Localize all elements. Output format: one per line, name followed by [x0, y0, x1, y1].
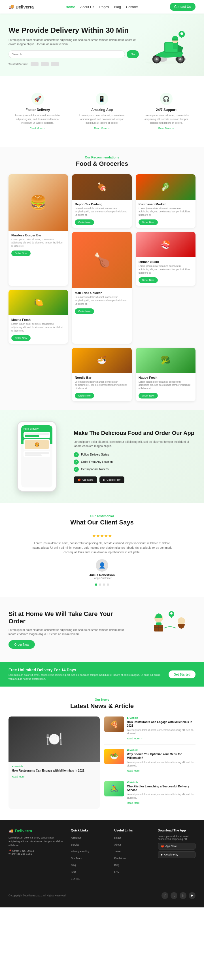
- svg-rect-12: [172, 40, 178, 41]
- news-item-readmore-0[interactable]: Read More →: [127, 737, 143, 740]
- app-text: Make The Delicious Food and Order Our Ap…: [74, 430, 196, 483]
- nav-home[interactable]: Home: [66, 5, 75, 9]
- footer-google-play-label: Google Play: [164, 853, 178, 856]
- kumbasari-desc: Lorem ipsum dolor sit amet, consectetur …: [138, 207, 193, 217]
- nav-logo: 🚚 Deliverra: [8, 4, 34, 9]
- get-started-button[interactable]: Get Started: [169, 670, 196, 678]
- amazing-app-icon: 📱: [96, 92, 108, 105]
- linkedin-icon[interactable]: in: [180, 892, 186, 899]
- app-feature-2: ✓ Get Important Notices: [74, 467, 196, 472]
- news-item-img-1: 🥗: [104, 749, 124, 764]
- sushi-order-button[interactable]: Order Now: [138, 277, 158, 283]
- twitter-icon[interactable]: t: [170, 892, 177, 899]
- feature-readmore-1[interactable]: Read More →: [94, 127, 110, 130]
- food-section-title: Food & Groceries: [8, 160, 196, 167]
- footer-useful-about[interactable]: About: [114, 843, 121, 846]
- facebook-icon[interactable]: f: [162, 892, 168, 899]
- delivery-person-svg: [142, 608, 193, 651]
- svg-point-23: [170, 612, 173, 614]
- youtube-icon[interactable]: ▶: [189, 892, 196, 899]
- footer-quick-links-list: About Us Service Privacy & Policy Our Te…: [71, 835, 109, 881]
- kumbasari-order-button[interactable]: Order Now: [138, 220, 158, 225]
- sushi-info: Ichiban Sushi Lorem ipsum dolor sit amet…: [136, 257, 196, 286]
- testimonial-dot-0[interactable]: [95, 584, 97, 586]
- footer-download: Download The App Lorem ipsum dolor sit a…: [158, 829, 196, 882]
- trusted-logo-2: [41, 62, 49, 66]
- free-delivery-title: Free Unlimited Delivery For 14 Days: [8, 668, 169, 672]
- news-title: Latest News & Article: [8, 702, 196, 710]
- svg-point-5: [156, 58, 157, 60]
- footer-link-privacy[interactable]: Privacy & Policy: [71, 850, 89, 853]
- footer-link-contact[interactable]: Contact: [71, 877, 80, 880]
- footer-app-store-button[interactable]: 🍎 App Store: [158, 843, 196, 850]
- phone-screen: Food Delivery 🍔: [21, 425, 52, 487]
- footer-useful-home[interactable]: Home: [114, 837, 121, 839]
- footer-store-buttons: 🍎 App Store ▶ Google Play: [158, 843, 196, 858]
- burger-name: Flawless Burger Bar: [11, 234, 65, 237]
- feature-desc-0: Lorem ipsum dolor sit amet, consectetur …: [11, 113, 64, 125]
- nav-pages[interactable]: Pages: [100, 5, 109, 9]
- footer-link-faq[interactable]: FAQ: [71, 870, 76, 873]
- app-features-list: ✓ Follow Delivery Status ✓ Order From An…: [74, 452, 196, 472]
- trusted-logo-3: [51, 62, 59, 66]
- delivery-cta-title: Sit at Home We Will Take Care Your Order: [8, 610, 130, 625]
- burger-order-button[interactable]: Order Now: [11, 250, 31, 256]
- app-section: Food Delivery 🍔 Make The Delicious Food …: [0, 410, 204, 503]
- footer-link-service[interactable]: Service: [71, 843, 79, 846]
- testimonial-dot-1[interactable]: [99, 584, 101, 586]
- news-item-readmore-2[interactable]: Read More →: [127, 802, 143, 804]
- chicken-order-button[interactable]: Order Now: [75, 309, 94, 314]
- features-grid: 🚀 Faster Delivery Lorem ipsum dolor sit …: [8, 87, 196, 136]
- app-store-button[interactable]: 🍎 App Store: [74, 476, 97, 483]
- food-card-chicken: 🍗 Mail Fried Chicken Lorem ipsum dolor s…: [72, 232, 132, 344]
- happyfresh-order-button[interactable]: Order Now: [138, 393, 158, 398]
- hero-text: We Provide Delivery Within 30 Min Lorem …: [8, 26, 139, 66]
- nav-blog[interactable]: Blog: [114, 5, 121, 9]
- news-featured-readmore[interactable]: Read More →: [12, 775, 28, 778]
- footer-link-blog[interactable]: Blog: [71, 864, 76, 867]
- footer-link-about[interactable]: About Us: [71, 837, 81, 839]
- news-item-readmore-1[interactable]: Read More →: [127, 769, 143, 772]
- order-now-button[interactable]: Order Now: [8, 640, 35, 649]
- feature-readmore-2[interactable]: Read More →: [158, 127, 174, 130]
- trusted-partners: Trusted Partner:: [8, 62, 139, 66]
- navbar: 🚚 Deliverra Home About Us Pages Blog Con…: [0, 0, 204, 14]
- footer-link-team[interactable]: Our Team: [71, 857, 82, 860]
- news-featured-image: 🍽️: [8, 716, 100, 762]
- delivery-cta-desc: Lorem ipsum dolor sit amet, consectetur …: [8, 628, 130, 636]
- news-item-1: 🥗 🏷 Article Why Should You Optimize Your…: [104, 749, 196, 777]
- contact-us-button[interactable]: Contact Us: [170, 3, 196, 11]
- noodle-info: Noodle Bar Lorem ipsum dolor sit amet, c…: [72, 373, 132, 402]
- google-play-button[interactable]: ▶ Google Play: [100, 476, 124, 483]
- search-button[interactable]: Go: [127, 50, 139, 58]
- news-item-title-0: How Restaurants Can Engage with Millenni…: [127, 720, 196, 727]
- moena-desc: Lorem ipsum dolor sit amet, consectetur …: [11, 323, 65, 333]
- chicken-info: Mail Fried Chicken Lorem ipsum dolor sit…: [72, 288, 132, 317]
- nav-about[interactable]: About Us: [80, 5, 94, 9]
- trusted-label: Trusted Partner:: [8, 63, 28, 65]
- search-input[interactable]: [8, 50, 125, 58]
- news-featured-title: How Restaurants Can Engage with Millenni…: [12, 769, 96, 772]
- footer-useful-faq[interactable]: FAQ: [114, 870, 119, 873]
- app-desc: Lorem ipsum dolor sit amet, consectetur …: [74, 440, 196, 448]
- footer-google-play-button[interactable]: ▶ Google Play: [158, 851, 196, 858]
- features-section: 🚀 Faster Delivery Lorem ipsum dolor sit …: [0, 76, 204, 147]
- delivery-cta-section: Sit at Home We Will Take Care Your Order…: [0, 597, 204, 662]
- nav-contact[interactable]: Contact: [126, 5, 138, 9]
- feature-readmore-0[interactable]: Read More →: [30, 127, 46, 130]
- noodle-desc: Lorem ipsum dolor sit amet, consectetur …: [75, 380, 129, 391]
- footer-useful-blog[interactable]: Blog: [114, 864, 119, 867]
- delivery-scooter-illustration: [140, 26, 194, 66]
- footer-useful-disclaimer[interactable]: Disclaimer: [114, 857, 126, 860]
- app-feature-label-1: Order From Any Location: [81, 460, 113, 463]
- footer-download-title: Download The App: [158, 829, 196, 832]
- google-play-icon: ▶: [161, 853, 163, 856]
- noodle-order-button[interactable]: Order Now: [75, 393, 94, 398]
- sushi-name: Ichiban Sushi: [138, 260, 193, 264]
- testimonial-dot-2[interactable]: [103, 584, 105, 586]
- testimonial-dot-3[interactable]: [107, 584, 109, 586]
- footer-useful-team[interactable]: Team: [114, 850, 120, 853]
- depot-order-button[interactable]: Order Now: [75, 220, 94, 225]
- logo-icon: 🚚: [8, 4, 14, 9]
- moena-order-button[interactable]: Order Now: [11, 335, 31, 341]
